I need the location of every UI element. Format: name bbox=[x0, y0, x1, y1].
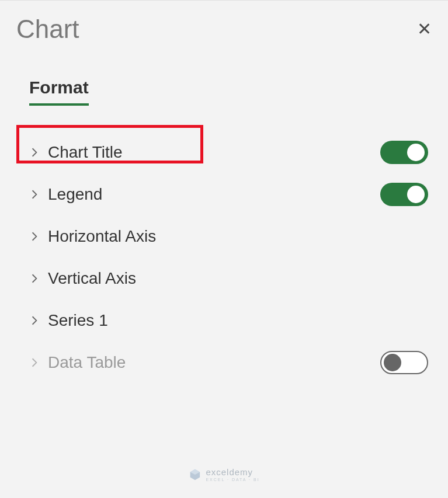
chevron-right-icon[interactable] bbox=[29, 189, 40, 200]
option-vertical-axis[interactable]: Vertical Axis bbox=[26, 257, 432, 300]
option-chart-title[interactable]: Chart Title bbox=[26, 131, 432, 173]
close-icon[interactable]: ✕ bbox=[417, 20, 432, 38]
option-label: Legend bbox=[48, 185, 102, 204]
option-label: Horizontal Axis bbox=[48, 227, 156, 246]
option-label: Chart Title bbox=[48, 143, 123, 162]
option-legend[interactable]: Legend bbox=[26, 173, 432, 215]
watermark: exceldemy EXCEL · DATA · BI bbox=[188, 468, 259, 482]
option-label: Vertical Axis bbox=[48, 269, 136, 288]
watermark-text: exceldemy EXCEL · DATA · BI bbox=[206, 468, 259, 482]
toggle-knob bbox=[407, 186, 425, 203]
chevron-right-icon bbox=[29, 357, 40, 368]
option-label: Data Table bbox=[48, 353, 126, 372]
option-label: Series 1 bbox=[48, 311, 108, 330]
option-left: Vertical Axis bbox=[29, 269, 136, 288]
option-left: Legend bbox=[29, 185, 102, 204]
toggle-knob bbox=[407, 144, 425, 161]
toggle-legend[interactable] bbox=[380, 183, 428, 206]
option-data-table: Data Table bbox=[26, 342, 432, 384]
panel-header: Chart ✕ bbox=[16, 15, 432, 44]
toggle-knob bbox=[384, 354, 401, 371]
chevron-right-icon[interactable] bbox=[29, 231, 40, 242]
chevron-right-icon[interactable] bbox=[29, 273, 40, 284]
option-left: Series 1 bbox=[29, 311, 108, 330]
panel-title: Chart bbox=[16, 15, 79, 44]
tab-header: Format bbox=[29, 78, 432, 106]
toggle-data-table[interactable] bbox=[380, 351, 428, 374]
watermark-brand: exceldemy bbox=[206, 468, 259, 476]
option-left: Horizontal Axis bbox=[29, 227, 156, 246]
watermark-logo-icon bbox=[188, 468, 201, 481]
option-series-1[interactable]: Series 1 bbox=[26, 300, 432, 342]
option-left: Data Table bbox=[29, 353, 126, 372]
watermark-tagline: EXCEL · DATA · BI bbox=[206, 478, 259, 482]
option-left: Chart Title bbox=[29, 143, 123, 162]
tab-format[interactable]: Format bbox=[29, 78, 89, 106]
option-horizontal-axis[interactable]: Horizontal Axis bbox=[26, 215, 432, 257]
toggle-chart-title[interactable] bbox=[380, 141, 428, 164]
chevron-right-icon[interactable] bbox=[29, 315, 40, 326]
chart-format-panel: Chart ✕ Format Chart Title Legend bbox=[0, 0, 448, 498]
options-list: Chart Title Legend Horizontal bbox=[16, 131, 432, 384]
chevron-right-icon[interactable] bbox=[29, 147, 40, 158]
